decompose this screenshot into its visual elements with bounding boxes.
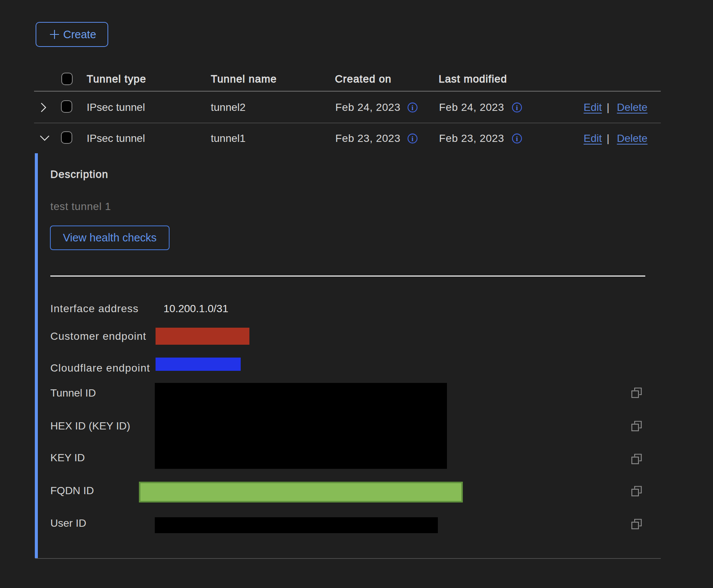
svg-text:i: i (516, 104, 518, 112)
svg-text:i: i (411, 135, 413, 143)
svg-text:i: i (516, 135, 518, 143)
svg-text:i: i (411, 104, 413, 112)
